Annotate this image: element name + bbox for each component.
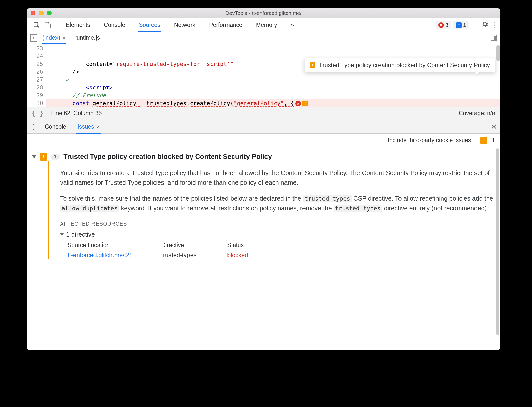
close-tab-icon[interactable]: ✕ (62, 35, 66, 41)
message-icon (456, 22, 462, 28)
error-icon (438, 22, 444, 28)
file-tab-runtime[interactable]: runtime.js (74, 32, 100, 44)
expand-icon[interactable] (60, 233, 64, 236)
issue-count-badge: 1 (51, 154, 60, 160)
status-value: blocked (227, 252, 265, 259)
svg-rect-2 (48, 24, 50, 28)
panel-tabs: Elements Console Sources Network Perform… (65, 18, 295, 31)
affected-table: Source Location Directive Status tt-enfo… (68, 242, 493, 259)
table-row: tt-enforced.glitch.me/:28 trusted-types … (68, 252, 493, 259)
warning-icon (310, 62, 315, 68)
code-editor[interactable]: 2324252627282930 content="require-truste… (27, 44, 500, 107)
issue-header[interactable]: 1 Trusted Type policy creation blocked b… (32, 153, 493, 161)
file-tab-label: (index) (42, 34, 60, 41)
line-gutter: 2324252627282930 (27, 44, 46, 107)
directive-value: trusted-types (161, 252, 212, 259)
close-tab-icon[interactable]: ✕ (96, 124, 100, 130)
code-allow-duplicates: allow-duplicates (60, 205, 119, 212)
warning-icon (40, 153, 47, 161)
drawer-tab-label: Issues (77, 123, 94, 130)
affected-resources-label: AFFECTED RESOURCES (60, 221, 493, 227)
code-trusted-types-2: trusted-types (334, 205, 382, 212)
tab-console[interactable]: Console (103, 18, 126, 31)
message-count: 1 (463, 22, 466, 28)
drawer-tab-issues[interactable]: Issues ✕ (77, 120, 100, 133)
error-count: 3 (445, 22, 448, 28)
tab-network[interactable]: Network (174, 18, 196, 31)
error-icon[interactable] (295, 101, 301, 106)
code-trusted-types: trusted-types (303, 195, 352, 202)
more-options-icon[interactable]: ⋮ (491, 21, 498, 29)
tooltip-text: Trusted Type policy creation blocked by … (319, 61, 490, 69)
window-titlebar: DevTools - tt-enforced.glitch.me/ (27, 8, 500, 18)
tab-sources[interactable]: Sources (138, 18, 161, 31)
editor-statusbar: { } Line 62, Column 35 Coverage: n/a (27, 107, 500, 120)
tabs-overflow-button[interactable]: » (290, 18, 295, 31)
error-counter[interactable]: 3 (436, 21, 451, 29)
file-tab-index[interactable]: (index) ✕ (42, 32, 66, 44)
coverage-status: Coverage: n/a (459, 110, 495, 117)
third-party-label: Include third-party cookie issues (388, 137, 471, 144)
issue-details: Your site tries to create a Trusted Type… (48, 161, 493, 259)
message-counter[interactable]: 1 (453, 21, 469, 29)
navigator-toggle-icon[interactable] (30, 34, 37, 42)
window-title: DevTools - tt-enforced.glitch.me/ (27, 10, 500, 16)
drawer-close-icon[interactable]: ✕ (491, 123, 497, 131)
warning-count: 1 (492, 137, 495, 144)
directive-summary[interactable]: 1 directive (60, 231, 493, 238)
drawer-tab-console[interactable]: Console (44, 120, 67, 133)
issues-panel: 1 Trusted Type policy creation blocked b… (27, 147, 500, 350)
col-status: Status (227, 242, 265, 249)
cursor-position: Line 62, Column 35 (51, 110, 102, 117)
drawer-menu-icon[interactable]: ⋮ (30, 123, 37, 131)
issue-description-2: To solve this, make sure that the names … (60, 194, 493, 213)
settings-icon[interactable] (482, 21, 489, 29)
directive-summary-text: 1 directive (66, 231, 95, 238)
sources-file-tabs: (index) ✕ runtime.js (27, 32, 500, 44)
tab-elements[interactable]: Elements (65, 18, 91, 31)
issue-title: Trusted Type policy creation blocked by … (63, 153, 272, 161)
pretty-print-icon[interactable]: { } (32, 110, 44, 117)
inspect-element-icon[interactable] (32, 21, 41, 30)
device-toolbar-icon[interactable] (43, 21, 52, 30)
tab-memory[interactable]: Memory (256, 18, 278, 31)
issues-filter-bar: Include third-party cookie issues 1 (27, 134, 500, 147)
issue-tooltip: Trusted Type policy creation blocked by … (305, 58, 495, 72)
code-content[interactable]: content="require-trusted-types-for 'scri… (46, 44, 500, 107)
main-toolbar: Elements Console Sources Network Perform… (27, 18, 500, 32)
col-source: Source Location (68, 242, 146, 249)
third-party-checkbox[interactable] (378, 138, 383, 143)
issues-scrollbar[interactable] (496, 148, 499, 335)
tab-performance[interactable]: Performance (208, 18, 243, 31)
expand-icon[interactable] (32, 155, 36, 158)
col-directive: Directive (161, 242, 212, 249)
devtools-window: DevTools - tt-enforced.glitch.me/ Elemen… (27, 8, 500, 350)
warning-icon (480, 137, 487, 144)
warning-icon[interactable] (302, 101, 308, 106)
debugger-pane-toggle-icon[interactable] (491, 35, 497, 41)
file-tab-label: runtime.js (74, 34, 100, 41)
drawer-tabs: ⋮ Console Issues ✕ ✕ (27, 120, 500, 134)
editor-scrollbar[interactable] (496, 45, 500, 61)
issue-description-1: Your site tries to create a Trusted Type… (60, 168, 493, 187)
source-location-link[interactable]: tt-enforced.glitch.me/:28 (68, 252, 146, 259)
